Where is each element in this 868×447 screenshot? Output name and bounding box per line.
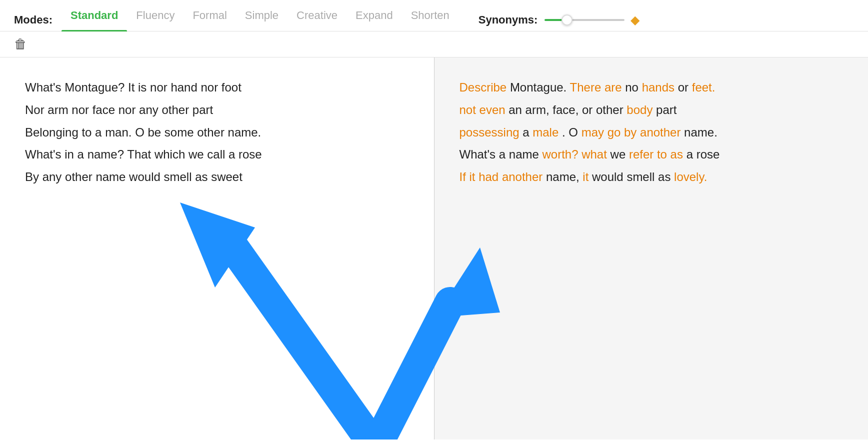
right-word-it: it bbox=[582, 170, 588, 184]
right-word-male: male bbox=[532, 126, 558, 139]
right-pane: Describe Montague. There are no hands or… bbox=[434, 58, 868, 440]
right-line-1: Describe Montague. There are no hands or… bbox=[460, 78, 844, 98]
synonyms-slider-thumb[interactable] bbox=[562, 14, 572, 26]
right-text-no: no bbox=[625, 80, 642, 94]
right-text-would-smell: would smell as bbox=[592, 170, 674, 184]
toolbar-actions: 🗑 bbox=[0, 32, 868, 58]
modes-label: Modes: bbox=[14, 14, 52, 26]
right-text-a: a bbox=[522, 126, 532, 139]
right-word-feet: feet. bbox=[692, 80, 716, 94]
left-line-5: By any other name would smell as sweet bbox=[25, 167, 409, 188]
mode-formal[interactable]: Formal bbox=[184, 9, 236, 31]
right-word-refer-to-as: refer to as bbox=[629, 148, 683, 161]
right-text-o: . O bbox=[562, 126, 582, 139]
right-text-arm: an arm, face, or other bbox=[508, 103, 626, 116]
right-text-a-rose: a rose bbox=[686, 148, 720, 161]
left-line-3: Belonging to a man. O be some other name… bbox=[25, 122, 409, 143]
mode-expand[interactable]: Expand bbox=[346, 9, 402, 31]
right-word-may-go: may go by another bbox=[582, 126, 681, 139]
mode-creative[interactable]: Creative bbox=[288, 9, 346, 31]
right-line-5: If it had another name, it would smell a… bbox=[460, 167, 844, 188]
right-text-whats: What's a name bbox=[460, 148, 542, 161]
right-line-4: What's a name worth? what we refer to as… bbox=[460, 144, 844, 165]
synonyms-slider-track bbox=[544, 19, 624, 21]
right-text-montague: Montague. bbox=[510, 80, 570, 94]
right-word-not-even: not even bbox=[460, 103, 506, 116]
right-word-there-are: There are bbox=[570, 80, 622, 94]
right-word-if-it-had: If it had another bbox=[460, 170, 543, 184]
right-text-or: or bbox=[678, 80, 692, 94]
right-word-possessing: possessing bbox=[460, 126, 520, 139]
synonyms-label: Synonyms: bbox=[478, 14, 538, 26]
mode-simple[interactable]: Simple bbox=[236, 9, 288, 31]
right-text-part: part bbox=[656, 103, 676, 116]
right-text-name2: name, bbox=[546, 170, 582, 184]
synonyms-slider-container[interactable] bbox=[544, 14, 624, 26]
mode-standard[interactable]: Standard bbox=[62, 9, 127, 31]
left-line-4: What's in a name? That which we call a r… bbox=[25, 144, 409, 165]
mode-shorten[interactable]: Shorten bbox=[402, 9, 458, 31]
right-text-we: we bbox=[610, 148, 629, 161]
right-word-lovely: lovely. bbox=[674, 170, 707, 184]
right-word-describe: Describe bbox=[460, 80, 507, 94]
right-word-worth: worth? what bbox=[542, 148, 606, 161]
left-pane: What's Montague? It is nor hand nor foot… bbox=[0, 58, 434, 440]
left-line-1: What's Montague? It is nor hand nor foot bbox=[25, 78, 409, 98]
toolbar-modes: Modes: Standard Fluency Formal Simple Cr… bbox=[0, 0, 868, 32]
left-pane-text: What's Montague? It is nor hand nor foot… bbox=[25, 78, 409, 188]
right-word-body: body bbox=[626, 103, 652, 116]
content-area: What's Montague? It is nor hand nor foot… bbox=[0, 58, 868, 440]
right-line-2: not even an arm, face, or other body par… bbox=[460, 100, 844, 120]
left-line-2: Nor arm nor face nor any other part bbox=[25, 100, 409, 120]
right-word-hands: hands bbox=[642, 80, 674, 94]
right-line-3: possessing a male . O may go by another … bbox=[460, 122, 844, 143]
premium-diamond-icon[interactable]: ◆ bbox=[630, 13, 640, 27]
right-pane-text: Describe Montague. There are no hands or… bbox=[460, 78, 844, 188]
delete-button[interactable]: 🗑 bbox=[14, 36, 27, 52]
synonyms-section: Synonyms: ◆ bbox=[478, 13, 640, 27]
mode-fluency[interactable]: Fluency bbox=[127, 9, 184, 31]
right-text-name: name. bbox=[684, 126, 718, 139]
